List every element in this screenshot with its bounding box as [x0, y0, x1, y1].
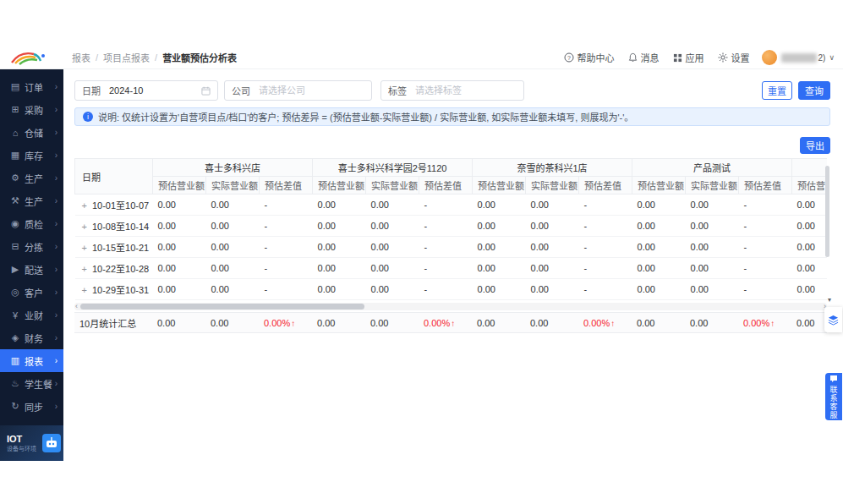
sidebar-item-warehouse[interactable]: ⌂ 仓储 ›	[0, 121, 63, 144]
summary-row: 10月统计汇总0.000.000.00%↑0.000.000.00%↑0.000…	[74, 313, 827, 333]
breadcrumb-item[interactable]: 营业额预估分析表	[162, 51, 237, 64]
table-row: +10-15至10-210.000.00-0.000.00-0.000.00-0…	[75, 237, 828, 258]
value-cell: -	[739, 194, 792, 216]
sidebar-item-delivery[interactable]: ▶ 配送 ›	[0, 258, 63, 281]
sidebar-item-bizfinance[interactable]: ¥ 业财 ›	[0, 304, 63, 326]
expand-icon[interactable]: +	[82, 285, 87, 295]
value-cell: 0.00	[792, 194, 827, 216]
topbar-item-bell[interactable]: 消息	[628, 51, 660, 64]
avatar[interactable]	[762, 50, 777, 65]
chevron-right-icon: ›	[55, 310, 57, 320]
value-cell: -	[260, 279, 313, 300]
purchase-icon: ⊞	[9, 104, 21, 115]
scroll-left-icon[interactable]: ‹	[75, 302, 78, 310]
expand-icon[interactable]: +	[82, 222, 87, 232]
up-arrow-icon: ↑	[610, 319, 615, 328]
horizontal-scroll-thumb[interactable]	[80, 304, 364, 310]
value-cell: 0.00	[153, 258, 206, 279]
notice-banner: i 说明: 仅统计设置为'自营项目点/档口'的客户; 预估差异 = (预估营业额…	[74, 107, 830, 126]
up-arrow-icon: ↑	[451, 319, 455, 328]
reset-button[interactable]: 重置	[762, 81, 792, 100]
value-cell: 0.00	[206, 237, 260, 258]
expand-icon[interactable]: +	[82, 200, 87, 211]
contact-support-button[interactable]: 联系客服	[825, 373, 842, 420]
value-cell: -	[419, 194, 473, 216]
summary-value-cell: 0.00	[205, 313, 259, 333]
breadcrumb-item[interactable]: 项目点报表	[103, 51, 150, 64]
summary-pct-cell: 0.00%↑	[259, 313, 312, 333]
table-row: +10-29至10-310.000.00-0.000.00-0.000.00-0…	[75, 279, 828, 300]
production2-icon: ⚒	[9, 195, 21, 206]
sidebar-item-production2[interactable]: ⚒ 生产 ›	[0, 189, 63, 212]
value-cell: 0.00	[153, 216, 206, 237]
sidebar-item-meal[interactable]: ♨ 学生餐 ›	[0, 372, 63, 395]
chevron-right-icon: ›	[55, 242, 57, 251]
tag-input[interactable]	[415, 85, 517, 96]
breadcrumb-item[interactable]: 报表	[72, 51, 90, 64]
company-filter-label: 公司	[232, 84, 250, 97]
query-button[interactable]: 查询	[798, 81, 830, 100]
value-cell: 0.00	[526, 194, 579, 216]
value-cell: -	[739, 258, 792, 279]
summary-pct-cell: 0.00%↑	[419, 313, 472, 333]
date-cell: +10-22至10-28	[75, 258, 153, 279]
vertical-scroll-thumb[interactable]	[825, 166, 829, 257]
sidebar-item-sorting[interactable]: ⊟ 分拣 ›	[0, 235, 63, 258]
value-cell: 0.00	[366, 194, 419, 216]
table-row: +10-08至10-140.000.00-0.000.00-0.000.00-0…	[75, 216, 828, 237]
date-filter[interactable]: 日期	[74, 80, 218, 101]
value-cell: 0.00	[632, 194, 686, 216]
value-cell: -	[579, 258, 632, 279]
user-menu[interactable]: 2) ∨	[762, 50, 835, 65]
app-logo[interactable]	[0, 49, 63, 66]
value-cell: 0.00	[153, 237, 206, 258]
value-cell: -	[419, 216, 473, 237]
layers-float-button[interactable]	[824, 307, 842, 332]
sidebar-item-finance[interactable]: ◈ 财务 ›	[0, 326, 63, 349]
sidebar-item-quality[interactable]: ◉ 质检 ›	[0, 212, 63, 235]
sub-column-header: 预估营业额	[792, 177, 827, 194]
date-input[interactable]	[109, 85, 198, 96]
company-input[interactable]	[259, 85, 364, 96]
topbar-item-gear[interactable]: 设置	[718, 51, 750, 64]
sidebar-item-purchase[interactable]: ⊞ 采购 ›	[0, 98, 63, 121]
calendar-icon	[201, 86, 211, 96]
tag-filter[interactable]: 标签	[380, 80, 524, 101]
value-cell: 0.00	[473, 216, 526, 237]
value-cell: 0.00	[632, 279, 686, 300]
topbar-item-help-circle[interactable]: ? 帮助中心	[564, 51, 615, 64]
value-cell: -	[579, 279, 632, 300]
sidebar-item-inventory[interactable]: ▦ 库存 ›	[0, 144, 63, 167]
export-button[interactable]: 导出	[800, 137, 830, 154]
chevron-right-icon: ›	[55, 219, 57, 228]
expand-icon[interactable]: +	[82, 264, 87, 274]
company-filter[interactable]: 公司	[224, 80, 372, 101]
sidebar-item-order[interactable]: ▤ 订单 ›	[0, 75, 63, 98]
summary-table: 10月统计汇总0.000.000.00%↑0.000.000.00%↑0.000…	[74, 312, 827, 333]
sub-column-header: 预估营业额	[473, 177, 526, 194]
help-circle-icon: ?	[564, 52, 574, 63]
value-cell: 0.00	[206, 216, 260, 237]
value-cell: 0.00	[153, 279, 206, 300]
value-cell: 0.00	[473, 279, 526, 300]
value-cell: -	[579, 194, 632, 216]
vertical-scrollbar[interactable]	[825, 161, 829, 296]
scroll-down-icon[interactable]: ▾	[828, 296, 831, 304]
value-cell: 0.00	[632, 258, 686, 279]
sidebar-item-report[interactable]: ▥ 报表 ›	[0, 349, 63, 372]
up-arrow-icon: ↑	[291, 319, 295, 328]
sidebar-item-production[interactable]: ⚙ 生产 ›	[0, 167, 63, 189]
sidebar-item-customer[interactable]: ◎ 客户 ›	[0, 281, 63, 304]
iot-panel[interactable]: IOT 设备与环境	[0, 425, 63, 461]
value-cell: 0.00	[792, 258, 827, 279]
summary-value-cell: 0.00	[472, 313, 525, 333]
sub-column-header: 实际营业额	[366, 177, 419, 194]
value-cell: -	[260, 258, 313, 279]
topbar-item-grid[interactable]: 应用	[673, 51, 704, 64]
horizontal-scrollbar[interactable]: ‹ ›	[74, 303, 827, 310]
sidebar-item-sync[interactable]: ↻ 同步 ›	[0, 395, 63, 418]
value-cell: 0.00	[686, 237, 739, 258]
group-header-0: 喜士多科兴店	[153, 159, 313, 177]
expand-icon[interactable]: +	[82, 243, 87, 253]
value-cell: 0.00	[526, 279, 579, 300]
